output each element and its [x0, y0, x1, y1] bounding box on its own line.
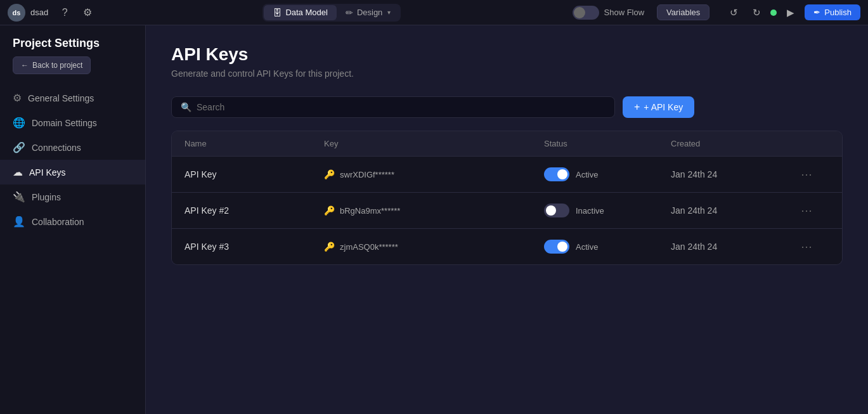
row1-created: Jan 24th 24 [671, 169, 798, 179]
sidebar-header: Project Settings ← Back to project [0, 25, 145, 81]
cloud-icon: ☁ [13, 166, 23, 178]
col-header-created: Created [671, 139, 798, 148]
sidebar-item-domain[interactable]: 🌐 Domain Settings [0, 110, 145, 135]
col-header-key: Key [324, 139, 544, 148]
design-icon: ✏ [346, 8, 353, 18]
gear-icon: ⚙ [13, 92, 22, 104]
data-model-icon: 🗄 [273, 8, 282, 18]
row3-key: 🔑 zjmASQ0k****** [324, 242, 544, 252]
user-icon: 👤 [13, 216, 25, 228]
table-row: API Key #2 🔑 bRgNa9mx****** Inactive Jan… [172, 193, 842, 229]
table-header: Name Key Status Created [172, 131, 842, 157]
sidebar-item-general[interactable]: ⚙ General Settings [0, 86, 145, 110]
plugin-icon: 🔌 [13, 191, 25, 203]
key-icon: 🔑 [324, 205, 335, 216]
add-api-key-button[interactable]: + + API Key [623, 96, 694, 118]
show-flow-toggle[interactable] [573, 6, 599, 20]
link-icon: 🔗 [13, 141, 25, 153]
live-indicator [770, 10, 777, 16]
sidebar-nav: ⚙ General Settings 🌐 Domain Settings 🔗 C… [0, 81, 145, 414]
col-header-actions [798, 139, 829, 148]
key-icon: 🔑 [324, 242, 335, 252]
show-flow-label: Show Flow [604, 8, 645, 17]
api-keys-table: Name Key Status Created API Key 🔑 swrXDI… [171, 131, 843, 265]
row3-status: Active [544, 240, 671, 254]
row1-more-button[interactable]: ⋯ [798, 165, 815, 183]
globe-icon: 🌐 [13, 117, 25, 129]
project-settings-title: Project Settings [13, 37, 133, 50]
row1-key: 🔑 swrXDIGf****** [324, 169, 544, 179]
variables-button[interactable]: Variables [657, 4, 709, 20]
row2-actions: ⋯ [798, 202, 829, 219]
row3-created: Jan 24th 24 [671, 242, 798, 252]
sidebar-item-collaboration[interactable]: 👤 Collaboration [0, 209, 145, 234]
row1-name: API Key [185, 169, 324, 179]
table-row: API Key #3 🔑 zjmASQ0k****** Active Jan 2… [172, 229, 842, 264]
table-row: API Key 🔑 swrXDIGf****** Active Jan 24th… [172, 157, 842, 193]
topbar-left: ds dsad ? ⚙ [8, 4, 96, 22]
row2-more-button[interactable]: ⋯ [798, 202, 815, 219]
play-icon[interactable]: ▶ [782, 4, 800, 22]
username-label: dsad [30, 8, 48, 17]
sidebar: Project Settings ← Back to project ⚙ Gen… [0, 25, 146, 414]
content-area: API Keys Generate and control API Keys f… [146, 25, 868, 414]
page-title: API Keys [171, 44, 843, 65]
row2-key: 🔑 bRgNa9mx****** [324, 205, 544, 216]
plus-icon: + [634, 101, 640, 113]
row1-status-toggle[interactable] [544, 167, 569, 181]
row1-status-label: Active [576, 170, 598, 179]
action-row: 🔍 + + API Key [171, 96, 843, 118]
topbar-right: ↺ ↻ ▶ ✒ Publish [725, 4, 860, 22]
row3-more-button[interactable]: ⋯ [798, 238, 815, 256]
row3-name: API Key #3 [185, 242, 324, 252]
row3-status-label: Active [576, 242, 598, 252]
row2-status: Inactive [544, 204, 671, 217]
chevron-down-icon: ▾ [387, 9, 391, 16]
main-layout: Project Settings ← Back to project ⚙ Gen… [0, 25, 868, 414]
topbar-center-nav: 🗄 Data Model ✏ Design ▾ [262, 4, 401, 22]
undo-icon[interactable]: ↺ [725, 4, 742, 22]
col-header-status: Status [544, 139, 671, 148]
settings-icon[interactable]: ⚙ [79, 4, 96, 22]
avatar: ds [8, 4, 25, 22]
show-flow-area: Show Flow [573, 6, 645, 20]
tab-data-model[interactable]: 🗄 Data Model [264, 5, 336, 20]
col-header-name: Name [185, 139, 324, 148]
row2-name: API Key #2 [185, 205, 324, 216]
key-icon: 🔑 [324, 169, 335, 179]
row3-status-toggle[interactable] [544, 240, 569, 254]
row1-status: Active [544, 167, 671, 181]
topbar: ds dsad ? ⚙ 🗄 Data Model ✏ Design ▾ Show… [0, 0, 868, 25]
back-to-project-button[interactable]: ← Back to project [13, 56, 91, 74]
tab-design[interactable]: ✏ Design ▾ [337, 5, 399, 20]
sidebar-item-api-keys[interactable]: ☁ API Keys [0, 160, 145, 184]
publish-button[interactable]: ✒ Publish [805, 4, 860, 20]
redo-icon[interactable]: ↻ [748, 4, 765, 22]
search-icon: 🔍 [181, 102, 191, 112]
row2-created: Jan 24th 24 [671, 205, 798, 216]
search-input[interactable] [197, 102, 606, 112]
back-arrow-icon: ← [21, 61, 29, 70]
sidebar-item-connections[interactable]: 🔗 Connections [0, 135, 145, 160]
row3-actions: ⋯ [798, 238, 829, 256]
topbar-icons: ? ⚙ [56, 4, 96, 22]
publish-icon: ✒ [813, 8, 820, 17]
page-subtitle: Generate and control API Keys for this p… [171, 68, 843, 79]
row1-actions: ⋯ [798, 165, 829, 183]
row2-status-label: Inactive [576, 206, 604, 216]
row2-status-toggle[interactable] [544, 204, 569, 217]
sidebar-item-plugins[interactable]: 🔌 Plugins [0, 184, 145, 209]
search-box: 🔍 [171, 96, 615, 118]
help-icon[interactable]: ? [56, 4, 74, 22]
